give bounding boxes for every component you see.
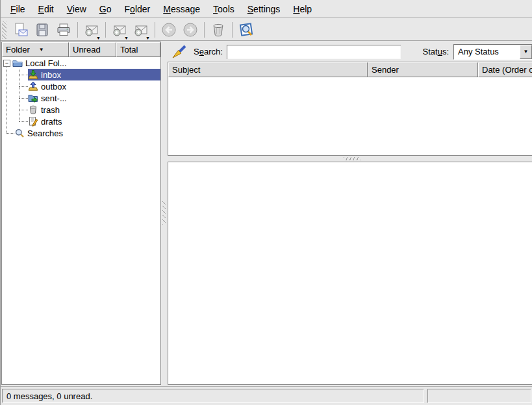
status-message-panel: 0 messages, 0 unread. xyxy=(2,389,424,403)
drafts-icon xyxy=(28,116,38,127)
trash-button[interactable] xyxy=(209,20,228,40)
menu-message[interactable]: Message xyxy=(157,1,206,17)
splitter-grip xyxy=(162,200,166,225)
main-toolbar: ▼ ▼ ▼ xyxy=(1,19,532,41)
folder-tree: − Local Fol... inbox xyxy=(2,57,160,384)
folder-blue-icon xyxy=(12,58,23,68)
column-label: Date (Order of Arrival) xyxy=(482,65,532,75)
search-label: Search: xyxy=(194,47,223,56)
menu-settings[interactable]: Settings xyxy=(242,1,286,17)
outbox-icon xyxy=(28,81,38,92)
toolbar-separator xyxy=(77,22,78,38)
menu-tools[interactable]: Tools xyxy=(207,1,240,17)
chevron-down-icon: ▼ xyxy=(146,36,150,40)
vertical-splitter[interactable] xyxy=(161,42,168,385)
tree-item-inbox[interactable]: inbox xyxy=(2,69,160,80)
forward-nav-icon xyxy=(182,21,199,38)
toolbar-separator xyxy=(204,22,205,38)
folder-label: trash xyxy=(41,105,60,115)
horizontal-splitter[interactable] xyxy=(168,156,532,162)
print-button[interactable] xyxy=(54,20,73,40)
message-list[interactable]: Subject Sender Date (Order of Arrival) xyxy=(168,62,532,156)
inbox-icon xyxy=(28,69,38,80)
tree-item-trash[interactable]: trash xyxy=(2,104,160,116)
save-button[interactable] xyxy=(32,20,52,40)
column-header-date[interactable]: Date (Order of Arrival) xyxy=(478,62,532,77)
column-label: Sender xyxy=(372,65,399,75)
column-label: Folder xyxy=(6,45,30,55)
check-mail-button[interactable]: ▼ xyxy=(82,20,101,40)
folder-column-header-folder[interactable]: Folder ▼ xyxy=(2,42,69,57)
message-list-body[interactable] xyxy=(168,77,532,155)
folder-label: drafts xyxy=(41,117,62,127)
message-column-headers: Subject Sender Date (Order of Arrival) xyxy=(168,62,532,77)
column-label: Unread xyxy=(73,45,101,55)
clear-search-button[interactable] xyxy=(168,44,190,60)
status-label: Status: xyxy=(423,47,449,56)
reply-button[interactable]: ▼ xyxy=(110,20,129,40)
status-dropdown[interactable]: Any Status ▼ xyxy=(453,44,532,60)
clear-broom-icon xyxy=(170,44,187,60)
menu-go[interactable]: Go xyxy=(94,1,118,17)
folder-column-header-unread[interactable]: Unread xyxy=(69,42,116,57)
menu-view[interactable]: View xyxy=(61,1,92,17)
chevron-down-icon: ▼ xyxy=(96,36,101,40)
column-header-subject[interactable]: Subject xyxy=(168,62,368,77)
folder-label: sent-... xyxy=(41,93,67,103)
tree-item-outbox[interactable]: outbox xyxy=(2,80,160,92)
search-icon xyxy=(14,128,25,138)
back-icon xyxy=(160,21,177,38)
chevron-down-icon[interactable]: ▼ xyxy=(520,45,532,59)
menu-bar: File Edit View Go Folder Message Tools S… xyxy=(1,0,532,18)
tree-item-drafts[interactable]: drafts xyxy=(2,116,160,127)
print-icon xyxy=(56,22,71,38)
save-icon xyxy=(34,22,50,38)
status-bar: 0 messages, 0 unread. xyxy=(1,386,532,405)
sent-icon xyxy=(28,93,38,103)
kmail-window: File Edit View Go Folder Message Tools S… xyxy=(0,0,532,405)
column-header-sender[interactable]: Sender xyxy=(368,62,478,77)
find-messages-icon xyxy=(238,21,255,38)
folder-label: inbox xyxy=(41,70,61,80)
find-messages-button[interactable] xyxy=(236,20,256,40)
status-message: 0 messages, 0 unread. xyxy=(6,391,92,401)
toolbar-grip[interactable] xyxy=(2,21,6,39)
folder-label: outbox xyxy=(41,82,66,92)
status-dropdown-value: Any Status xyxy=(454,45,520,59)
toolbar-separator xyxy=(155,22,155,38)
message-preview-pane[interactable] xyxy=(168,162,532,385)
menu-edit[interactable]: Edit xyxy=(32,1,60,17)
menu-help[interactable]: Help xyxy=(287,1,318,17)
quick-search-bar: Search: Status: Any Status ▼ xyxy=(168,42,532,62)
menu-file[interactable]: File xyxy=(5,1,31,17)
collapse-expander-icon[interactable]: − xyxy=(3,60,10,67)
forward-message-button[interactable]: ▼ xyxy=(131,20,151,40)
splitter-grip xyxy=(344,157,361,160)
new-message-button[interactable] xyxy=(11,20,31,40)
column-label: Total xyxy=(120,45,138,55)
trash-icon xyxy=(210,22,226,38)
search-input[interactable] xyxy=(227,45,401,59)
tree-item-local-folders[interactable]: − Local Fol... xyxy=(2,57,160,69)
new-message-icon xyxy=(13,22,29,38)
folder-label: Local Fol... xyxy=(25,58,67,68)
folder-pane: Folder ▼ Unread Total − xyxy=(1,42,161,385)
folder-column-header-total[interactable]: Total xyxy=(116,42,160,57)
toolbar-separator xyxy=(232,22,233,38)
forward-nav-button[interactable] xyxy=(181,20,200,40)
folder-column-headers: Folder ▼ Unread Total xyxy=(2,42,160,57)
toolbar-separator xyxy=(105,22,106,38)
status-extra-panel xyxy=(427,389,531,403)
folder-label: Searches xyxy=(27,129,63,138)
chevron-down-icon: ▼ xyxy=(124,36,129,40)
menu-folder[interactable]: Folder xyxy=(119,1,157,17)
sort-arrow-icon: ▼ xyxy=(39,47,44,53)
back-button[interactable] xyxy=(159,20,179,40)
tree-item-searches[interactable]: Searches xyxy=(2,127,160,139)
tree-item-sent[interactable]: sent-... xyxy=(2,92,160,104)
column-label: Subject xyxy=(172,65,200,75)
trash-icon xyxy=(28,104,38,115)
